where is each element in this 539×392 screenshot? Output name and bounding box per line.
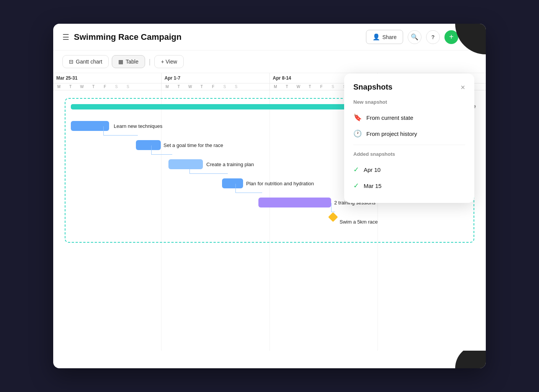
table-button[interactable]: ▦ Table [112, 55, 145, 68]
connector-h-4 [235, 184, 262, 193]
toolbar-divider: | [149, 58, 151, 66]
connector-h-1 [103, 126, 138, 136]
from-project-history-item[interactable]: 🕐 From project history [353, 126, 465, 142]
question-icon: ? [431, 34, 435, 40]
page-title: Swimming Race Campaign [74, 32, 181, 42]
day-cell: S [219, 83, 230, 90]
task-row-6: Swim a 5km race [71, 212, 468, 231]
day-cell: F [99, 83, 111, 90]
day-cell: T [173, 83, 185, 90]
snapshot1-label: Apr 10 [364, 167, 381, 173]
days-row-1: M T W T F S S [53, 83, 161, 90]
snapshot-mar15-item[interactable]: ✓ Mar 15 [353, 178, 465, 194]
search-button[interactable]: 🔍 [408, 30, 421, 44]
new-snapshot-section-label: New snapshot [353, 99, 465, 105]
history-icon: 🕐 [353, 129, 362, 138]
check-icon-2: ✓ [353, 181, 359, 190]
week-group-2: Apr 1-7 M T W T F S S [162, 73, 270, 90]
day-cell: S [230, 83, 242, 90]
day-cell: T [196, 83, 207, 90]
connector-h-2 [151, 145, 172, 155]
from-current-state-item[interactable]: 🔖 From current state [353, 109, 465, 126]
panel-divider [353, 145, 465, 145]
snapshot-apr10-item[interactable]: ✓ Apr 10 [353, 162, 465, 178]
snapshot2-label: Mar 15 [364, 183, 382, 189]
from-current-label: From current state [366, 114, 413, 121]
plus-icon: + [449, 33, 454, 41]
task-label-2: Set a goal time for the race [163, 142, 223, 148]
diamond-milestone [328, 212, 338, 222]
week-group-1: Mar 25-31 M T W T F S S [53, 73, 162, 90]
day-cell: M [53, 83, 65, 90]
day-cell: F [207, 83, 219, 90]
day-cell: S [122, 83, 134, 90]
task-label-6: Swim a 5km race [340, 219, 378, 225]
week-label-1: Mar 25-31 [53, 73, 161, 83]
task-bar-5[interactable] [258, 198, 331, 207]
close-button[interactable]: × [461, 83, 465, 91]
snapshots-panel: Snapshots × New snapshot 🔖 From current … [344, 74, 474, 203]
connector-h-3 [189, 165, 228, 174]
app-container: ☰ Swimming Race Campaign 👤 Share 🔍 ? + 👨 [53, 24, 486, 368]
gantt-icon: ⊟ [69, 59, 74, 65]
header-left: ☰ Swimming Race Campaign [62, 32, 181, 42]
panel-title: Snapshots [353, 83, 392, 91]
person-icon: 👤 [372, 33, 380, 41]
day-cell: T [65, 83, 76, 90]
day-cell: M [162, 83, 173, 90]
day-cell: F [316, 83, 327, 90]
panel-header: Snapshots × [353, 83, 465, 91]
connector-h-5 [331, 203, 335, 212]
day-cell: W [76, 83, 88, 90]
gantt-label: Gantt chart [76, 59, 102, 65]
day-cell: T [88, 83, 99, 90]
search-icon: 🔍 [411, 33, 418, 41]
gantt-chart-button[interactable]: ⊟ Gantt chart [62, 55, 109, 68]
day-cell: S [111, 83, 122, 90]
table-label: Table [126, 59, 138, 65]
check-icon-1: ✓ [353, 165, 359, 174]
share-label: Share [382, 34, 397, 40]
toolbar: ⊟ Gantt chart ▦ Table | + View [53, 51, 486, 73]
added-snapshots-section-label: Added snapshots [353, 151, 465, 157]
day-cell: T [304, 83, 316, 90]
table-icon: ▦ [118, 59, 123, 65]
day-cell: W [293, 83, 304, 90]
hamburger-icon: ☰ [62, 33, 69, 42]
bookmark-icon: 🔖 [353, 113, 362, 122]
week-label-2: Apr 1-7 [162, 73, 270, 83]
view-label: + View [161, 59, 177, 65]
from-history-label: From project history [366, 131, 417, 137]
share-button[interactable]: 👤 Share [366, 30, 403, 44]
header: ☰ Swimming Race Campaign 👤 Share 🔍 ? + 👨 [53, 24, 486, 51]
menu-button[interactable]: ☰ [62, 33, 69, 42]
day-cell: S [327, 83, 339, 90]
days-row-2: M T W T F S S [162, 83, 270, 90]
view-button[interactable]: + View [154, 55, 183, 68]
help-button[interactable]: ? [426, 30, 440, 44]
day-cell: W [185, 83, 196, 90]
day-cell: M [270, 83, 281, 90]
day-cell: T [281, 83, 293, 90]
